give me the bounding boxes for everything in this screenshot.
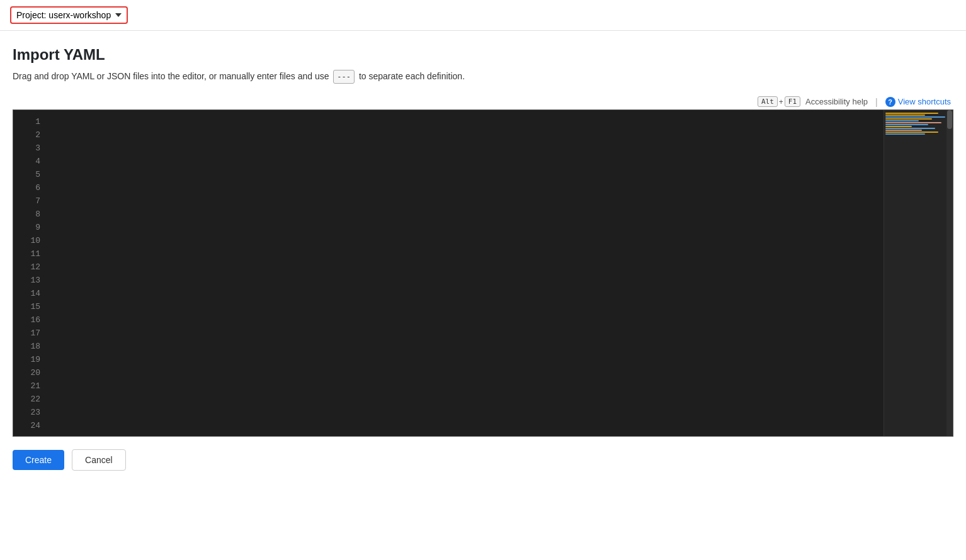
minimap-line-1 — [885, 113, 938, 114]
line-number-23: 23 — [18, 406, 40, 419]
line-number-10: 10 — [18, 234, 40, 247]
code-editor[interactable]: 123456789101112131415161718192021222324 — [13, 109, 953, 437]
f1-key: F1 — [785, 96, 800, 107]
description-text-after: to separate each definition. — [359, 71, 465, 81]
line-number-19: 19 — [18, 353, 40, 366]
minimap-line-11 — [885, 132, 938, 133]
line-number-16: 16 — [18, 313, 40, 327]
plus-sign: + — [779, 98, 783, 106]
line-number-5: 5 — [18, 168, 40, 181]
accessibility-help-link[interactable]: Accessibility help — [805, 97, 868, 106]
line-number-9: 9 — [18, 221, 40, 234]
line-numbers: 123456789101112131415161718192021222324 — [13, 110, 48, 436]
line-number-4: 4 — [18, 155, 40, 168]
line-number-6: 6 — [18, 181, 40, 194]
minimap-line-2 — [885, 115, 925, 116]
scrollbar-thumb[interactable] — [947, 110, 952, 129]
minimap-line-6 — [885, 122, 941, 123]
minimap-line-5 — [885, 120, 919, 121]
line-number-13: 13 — [18, 274, 40, 287]
line-number-7: 7 — [18, 194, 40, 208]
line-number-22: 22 — [18, 393, 40, 406]
line-number-18: 18 — [18, 340, 40, 353]
line-number-14: 14 — [18, 287, 40, 300]
minimap-line-9 — [885, 128, 935, 129]
editor-toolbar: Alt + F1 Accessibility help | ? View sho… — [13, 96, 953, 107]
line-number-3: 3 — [18, 142, 40, 155]
line-number-1: 1 — [18, 115, 40, 128]
minimap-line-4 — [885, 118, 932, 120]
page-title: Import YAML — [13, 46, 953, 64]
create-button[interactable]: Create — [13, 450, 64, 470]
separator-badge: --- — [333, 70, 355, 84]
toolbar-divider: | — [875, 97, 878, 107]
line-number-21: 21 — [18, 379, 40, 393]
editor-body[interactable] — [48, 110, 884, 436]
main-content: Import YAML Drag and drop YAML or JSON f… — [0, 31, 966, 437]
line-number-20: 20 — [18, 366, 40, 379]
line-number-24: 24 — [18, 419, 40, 432]
keyboard-shortcut: Alt + F1 — [758, 96, 800, 107]
line-number-17: 17 — [18, 327, 40, 340]
line-number-11: 11 — [18, 247, 40, 260]
line-number-2: 2 — [18, 128, 40, 142]
minimap-line-8 — [885, 126, 912, 127]
scrollbar-track — [946, 110, 953, 436]
minimap-content — [884, 110, 953, 138]
line-number-15: 15 — [18, 300, 40, 313]
cancel-button[interactable]: Cancel — [72, 449, 126, 471]
line-number-8: 8 — [18, 208, 40, 221]
minimap-line-7 — [885, 124, 928, 125]
project-select[interactable]: Project: userx-workshopProject: other-pr… — [10, 6, 128, 24]
alt-key: Alt — [758, 96, 778, 107]
line-number-12: 12 — [18, 260, 40, 274]
page-description: Drag and drop YAML or JSON files into th… — [13, 70, 953, 84]
minimap-line-12 — [885, 133, 925, 135]
description-text-before: Drag and drop YAML or JSON files into th… — [13, 71, 329, 81]
minimap — [884, 110, 953, 436]
minimap-line-10 — [885, 130, 922, 131]
top-bar: Project: userx-workshopProject: other-pr… — [0, 0, 966, 31]
footer-actions: Create Cancel — [0, 437, 966, 483]
minimap-line-3 — [885, 116, 945, 118]
info-circle-icon: ? — [885, 97, 895, 107]
view-shortcuts-link[interactable]: ? View shortcuts — [885, 97, 951, 107]
view-shortcuts-label: View shortcuts — [898, 97, 951, 106]
